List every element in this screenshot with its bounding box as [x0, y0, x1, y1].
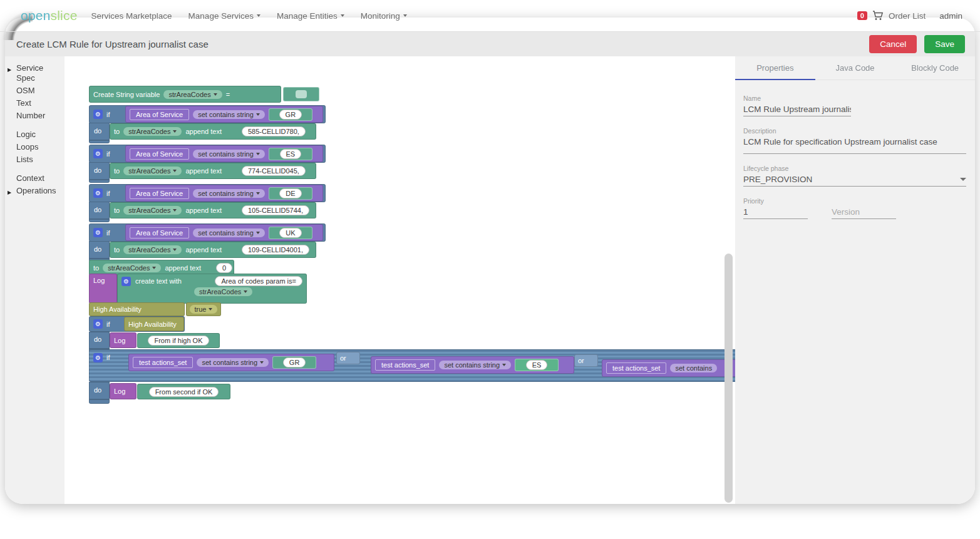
block-append-text[interactable]: tostrAreaCodesappend text774-CELLID045,: [110, 163, 316, 179]
condition-variable[interactable]: test actions_set: [133, 357, 193, 368]
block-condition-1[interactable]: test actions_set set contains string GR: [128, 354, 334, 371]
block-condition[interactable]: Area of Serviceset contains stringUK: [125, 224, 323, 241]
gear-icon[interactable]: ⚙: [121, 277, 131, 286]
text-value-field[interactable]: 585-CELLID780,: [242, 126, 306, 136]
condition-variable[interactable]: Area of Service: [130, 227, 189, 239]
version-field[interactable]: Version: [832, 205, 896, 219]
toolbox-category-operations[interactable]: ▶Operations: [5, 185, 64, 197]
priority-field[interactable]: 1: [743, 205, 808, 219]
text-value-field[interactable]: 774-CELLID045,: [242, 166, 306, 176]
block-create-text-with[interactable]: ⚙ create text with Area of codes param i…: [117, 274, 307, 304]
cancel-button[interactable]: Cancel: [869, 35, 917, 53]
string-value-field[interactable]: GR: [279, 110, 302, 120]
tab-properties[interactable]: Properties: [735, 56, 815, 80]
blockly-workspace[interactable]: Create String variable strAreaCodes = ⚙i…: [64, 56, 735, 504]
variable-dropdown[interactable]: strAreaCodes: [123, 167, 182, 175]
category-arrow-icon: ▶: [8, 188, 11, 198]
condition-variable[interactable]: Area of Service: [130, 109, 189, 120]
toolbox-category-osm[interactable]: OSM: [5, 85, 64, 97]
block-condition-3[interactable]: test actions_set set contains: [602, 359, 735, 377]
block-log-text[interactable]: From if high OK: [137, 333, 220, 348]
text-value-field[interactable]: From second if OK: [149, 387, 219, 397]
logo[interactable]: openslice: [21, 8, 78, 23]
variable-dropdown[interactable]: strAreaCodes: [123, 127, 182, 136]
tab-blockly-code[interactable]: Blockly Code: [895, 56, 975, 80]
description-field[interactable]: LCM Rule for specification Upstream jour…: [743, 135, 966, 148]
empty-text-field[interactable]: [296, 90, 307, 98]
description-label: Description: [743, 127, 967, 135]
variable-dropdown[interactable]: strAreaCodes: [163, 90, 222, 99]
gear-icon[interactable]: ⚙: [93, 188, 103, 198]
block-log[interactable]: Log: [89, 274, 117, 304]
string-value-field[interactable]: ES: [526, 360, 548, 370]
boolean-dropdown[interactable]: true: [190, 305, 218, 314]
string-value-field[interactable]: GR: [283, 357, 306, 367]
lifecycle-select[interactable]: PRE_PROVISION: [743, 172, 966, 187]
text-value-field[interactable]: 0: [216, 263, 232, 273]
toolbox-category-lists[interactable]: Lists: [5, 153, 64, 166]
variable-dropdown[interactable]: strAreaCodes: [123, 206, 182, 215]
string-value-field[interactable]: UK: [279, 228, 301, 238]
operator-dropdown[interactable]: set contains string: [439, 361, 511, 369]
block-log[interactable]: Log: [110, 332, 137, 348]
operator-dropdown[interactable]: set contains: [670, 364, 717, 372]
nav-link-services-marketplace[interactable]: Services Marketplace: [91, 11, 172, 21]
block-condition[interactable]: Area of Serviceset contains stringES: [125, 145, 323, 162]
cart-icon[interactable]: [872, 11, 884, 21]
block-empty-text[interactable]: [283, 87, 319, 101]
condition-variable[interactable]: Area of Service: [130, 188, 189, 199]
string-value-field[interactable]: DE: [279, 188, 301, 198]
condition-variable[interactable]: test actions_set: [375, 359, 435, 371]
block-condition[interactable]: Area of Serviceset contains stringDE: [125, 185, 323, 202]
block-ha-condition[interactable]: High Availability: [124, 317, 184, 331]
toolbox-category-service-spec[interactable]: ▶Service Spec: [5, 62, 64, 85]
gear-icon[interactable]: ⚙: [93, 228, 103, 237]
condition-variable[interactable]: test actions_set: [606, 362, 666, 374]
block-true[interactable]: true: [186, 302, 221, 316]
toolbox-category-context[interactable]: Context: [5, 172, 64, 185]
string-value-field[interactable]: ES: [280, 149, 302, 159]
operator-dropdown[interactable]: set contains string: [193, 150, 265, 158]
gear-icon[interactable]: ⚙: [93, 319, 103, 329]
variable-dropdown[interactable]: strAreaCodes: [194, 287, 252, 296]
block-append-text[interactable]: tostrAreaCodesappend text109-CELLID4001,: [110, 242, 316, 258]
gear-icon[interactable]: ⚙: [93, 353, 103, 362]
toolbox-category-loops[interactable]: Loops: [5, 141, 64, 153]
text-value-field[interactable]: From if high OK: [148, 336, 209, 346]
block-high-availability[interactable]: High Availability: [89, 302, 185, 316]
block-condition[interactable]: Area of Serviceset contains stringGR: [125, 106, 323, 123]
operator-dropdown[interactable]: set contains string: [193, 228, 265, 237]
block-append-text[interactable]: tostrAreaCodesappend text585-CELLID780,: [110, 123, 316, 140]
tab-java-code[interactable]: Java Code: [815, 56, 895, 80]
save-button[interactable]: Save: [924, 35, 965, 53]
block-or-2[interactable]: or: [574, 354, 598, 367]
user-menu[interactable]: admin: [939, 11, 962, 21]
variable-dropdown[interactable]: strAreaCodes: [103, 264, 161, 272]
toolbox-category-text[interactable]: Text: [5, 97, 64, 110]
nav-link-manage-services[interactable]: Manage Services: [188, 11, 260, 21]
workspace-vertical-scrollbar[interactable]: [725, 254, 733, 503]
toolbox-category-logic[interactable]: Logic: [5, 128, 64, 141]
block-or-1[interactable]: or: [336, 352, 360, 364]
block-create-string-variable[interactable]: Create String variable strAreaCodes =: [89, 86, 281, 103]
operator-dropdown[interactable]: set contains string: [197, 358, 269, 367]
log-label: Log: [114, 337, 125, 344]
name-field[interactable]: LCM Rule Upstream journalist: [743, 102, 851, 116]
block-condition-2[interactable]: test actions_set set contains string ES: [371, 356, 574, 374]
text-value-field[interactable]: 109-CELLID4001,: [242, 245, 309, 255]
operator-dropdown[interactable]: set contains string: [193, 110, 265, 119]
operator-dropdown[interactable]: set contains string: [193, 189, 265, 198]
block-log-text[interactable]: From second if OK: [137, 384, 230, 399]
block-append-text[interactable]: tostrAreaCodesappend text105-CELLID5744,: [110, 202, 316, 218]
nav-link-manage-entities[interactable]: Manage Entities: [277, 11, 344, 21]
toolbox-category-number[interactable]: Number: [5, 110, 64, 122]
text-value-field[interactable]: Area of codes param is=: [215, 276, 302, 286]
text-value-field[interactable]: 105-CELLID5744,: [242, 205, 309, 215]
block-log[interactable]: Log: [110, 383, 137, 399]
variable-dropdown[interactable]: strAreaCodes: [123, 245, 182, 254]
order-list-link[interactable]: Order List: [889, 11, 926, 21]
gear-icon[interactable]: ⚙: [93, 110, 103, 119]
nav-link-monitoring[interactable]: Monitoring: [361, 11, 407, 21]
gear-icon[interactable]: ⚙: [93, 149, 103, 158]
condition-variable[interactable]: Area of Service: [130, 148, 189, 160]
